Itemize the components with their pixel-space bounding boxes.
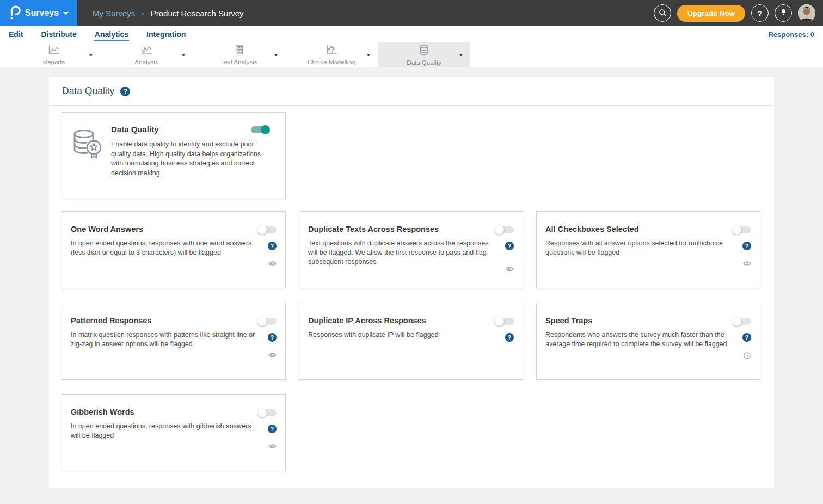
tab-analysis[interactable]: Analysis: [100, 42, 193, 67]
chevron-down-icon[interactable]: [274, 54, 278, 58]
card-description: In matrix question responses with patter…: [71, 330, 260, 349]
toggle-knob: [261, 125, 270, 134]
help-icon[interactable]: ?: [742, 242, 751, 250]
page-help-icon[interactable]: ?: [120, 87, 130, 96]
survey-nav: Edit Distribute Analytics Integration Re…: [0, 26, 823, 42]
tab-label: Choice Modelling: [308, 59, 355, 65]
card-description: Responses with all answer options select…: [545, 239, 735, 257]
tab-text-analysis[interactable]: Text Analysis: [193, 42, 285, 67]
nav-item-edit[interactable]: Edit: [8, 28, 23, 41]
chevron-down-icon[interactable]: [89, 54, 93, 58]
breadcrumb-survey-title: Product Research Survey: [151, 9, 244, 18]
help-icon[interactable]: ?: [505, 242, 514, 250]
all-checkboxes-toggle[interactable]: [733, 226, 751, 233]
card-patterned-responses: Patterned Responses In matrix question r…: [62, 303, 286, 380]
upgrade-now-button[interactable]: Upgrade Now: [677, 5, 745, 22]
toggle-knob: [495, 225, 504, 235]
panel-header: Data Quality ?: [49, 77, 774, 106]
tab-label: Text Analysis: [221, 59, 257, 65]
notifications-button[interactable]: [775, 4, 792, 22]
toggle-knob: [732, 317, 741, 326]
card-title: Patterned Responses: [71, 316, 274, 325]
preview-eye-icon[interactable]: [506, 266, 514, 272]
tab-data-quality[interactable]: Data Quality: [378, 42, 470, 67]
card-title: Speed Traps: [545, 316, 749, 325]
area-chart-icon: [140, 45, 152, 57]
toggle-knob: [257, 225, 267, 235]
tab-reports[interactable]: Reports: [8, 42, 100, 67]
card-speed-traps: Speed Traps Respondents who answers the …: [536, 303, 760, 380]
master-card-title: Data Quality: [111, 125, 274, 134]
patterned-responses-toggle[interactable]: [259, 318, 277, 325]
card-title: All Checkboxes Selected: [545, 225, 749, 233]
chevron-down-icon[interactable]: [366, 54, 371, 58]
tab-choice-modelling[interactable]: Choice Modelling: [285, 42, 378, 67]
card-title: Duplicate Texts Across Responses: [308, 225, 512, 233]
master-card-description: Enable data quality to identify and excl…: [111, 140, 266, 178]
data-quality-master-card: Data Quality Enable data quality to iden…: [62, 112, 286, 199]
breadcrumb: My Surveys › Product Research Survey: [93, 9, 244, 18]
tab-label: Data Quality: [407, 59, 441, 66]
line-chart-icon: [48, 45, 60, 57]
toggle-knob: [257, 408, 267, 417]
data-quality-badge-icon: [70, 125, 111, 190]
toggle-knob: [257, 317, 267, 326]
help-button[interactable]: ?: [751, 4, 769, 22]
help-icon[interactable]: ?: [268, 425, 277, 433]
card-description: In open ended questions, responses with …: [71, 239, 260, 257]
card-duplicate-texts: Duplicate Texts Across Responses Text qu…: [299, 211, 523, 288]
top-bar: Surveys My Surveys › Product Research Su…: [0, 0, 823, 26]
database-icon: [419, 45, 429, 58]
nav-item-integration[interactable]: Integration: [146, 28, 186, 41]
breadcrumb-separator: ›: [142, 9, 144, 17]
data-quality-panel: Data Quality ? Data Quality: [49, 77, 774, 488]
question-mark-icon: ?: [757, 9, 762, 18]
search-icon: [658, 8, 667, 19]
card-duplicate-ip: Duplicate IP Across Responses Responses …: [299, 303, 523, 380]
toggle-knob: [495, 317, 504, 326]
nav-item-analytics[interactable]: Analytics: [94, 28, 129, 41]
questionpro-logo-icon: [9, 4, 21, 22]
card-one-word-answers: One Word Answers In open ended questions…: [62, 211, 286, 288]
card-description: Respondents who answers the survey much …: [545, 330, 735, 349]
brand-logo[interactable]: Surveys: [0, 0, 77, 26]
nav-item-distribute[interactable]: Distribute: [40, 28, 77, 41]
preview-eye-icon[interactable]: [268, 261, 277, 266]
preview-eye-icon[interactable]: [743, 261, 751, 266]
card-description: In open ended questions, responses with …: [71, 422, 260, 440]
preview-eye-icon[interactable]: [268, 352, 277, 358]
card-all-checkboxes-selected: All Checkboxes Selected Responses with a…: [536, 211, 760, 288]
help-icon[interactable]: ?: [268, 333, 277, 342]
data-quality-toggle[interactable]: [251, 126, 269, 133]
card-description: Responses with duplicate IP will be flag…: [308, 330, 498, 340]
help-icon[interactable]: ?: [505, 333, 514, 342]
responses-count: Responses: 0: [768, 30, 814, 39]
tab-label: Reports: [43, 59, 65, 65]
bell-icon: [779, 8, 788, 18]
gibberish-words-toggle[interactable]: [259, 409, 277, 416]
help-icon[interactable]: ?: [742, 333, 751, 342]
help-icon[interactable]: ?: [268, 242, 277, 250]
document-grid-icon: [234, 45, 244, 57]
preview-eye-icon[interactable]: [268, 444, 277, 449]
chevron-down-icon[interactable]: [181, 54, 186, 58]
duplicate-ip-toggle[interactable]: [496, 318, 514, 325]
user-avatar[interactable]: [798, 4, 815, 22]
timer-clock-icon[interactable]: [744, 352, 751, 359]
card-title: Gibberish Words: [71, 408, 274, 416]
scatter-chart-icon: [325, 45, 337, 57]
tab-label: Analysis: [135, 59, 158, 65]
page-title: Data Quality: [62, 85, 114, 97]
speed-traps-toggle[interactable]: [733, 318, 751, 325]
product-switcher-label: Surveys: [25, 8, 59, 18]
card-gibberish-words: Gibberish Words In open ended questions,…: [62, 394, 286, 471]
breadcrumb-my-surveys[interactable]: My Surveys: [93, 9, 135, 18]
card-title: Duplicate IP Across Responses: [308, 316, 512, 325]
analytics-toolbar: Reports Analysis Text Analysis: [0, 42, 823, 67]
one-word-answers-toggle[interactable]: [259, 226, 277, 233]
card-title: One Word Answers: [71, 225, 274, 233]
search-button[interactable]: [654, 4, 671, 22]
toggle-knob: [732, 225, 741, 235]
duplicate-texts-toggle[interactable]: [496, 226, 514, 233]
chevron-down-icon[interactable]: [459, 54, 463, 58]
